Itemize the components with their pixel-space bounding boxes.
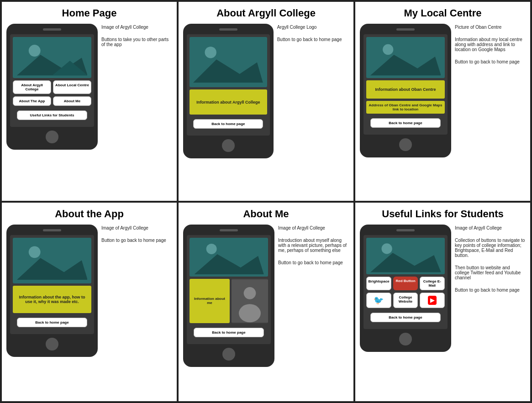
svg-point-17	[244, 287, 256, 299]
cell-body-argyll: Information about Argyll College Back to…	[183, 24, 349, 196]
links-btn-row-1: Brightspace Red Button College E-Mail	[366, 277, 445, 290]
phone-home: About Argyll College About Local Centre …	[6, 24, 98, 150]
desc-links-social: Then button to website and college Twitt…	[455, 265, 526, 280]
argyll-image	[190, 37, 267, 87]
cell-about-argyll: About Argyll College Information about A…	[178, 1, 354, 202]
btn-about-argyll[interactable]: About Argyll College	[13, 80, 51, 94]
phone-app: Information about the app, how to use it…	[6, 225, 98, 357]
phone-screen-argyll: Information about Argyll College Back to…	[187, 34, 270, 136]
desc-argyll: Argyll College Logo Button to go back to…	[277, 24, 349, 42]
cell-body-home: About Argyll College About Local Centre …	[6, 24, 172, 196]
cell-body-local: Information about Oban Centre Address of…	[360, 24, 526, 196]
phone-argyll: Information about Argyll College Back to…	[183, 24, 274, 158]
desc-me-img-label: Image of Argyll College	[278, 225, 349, 230]
desc-links: Image of Argyll College Collection of bu…	[455, 225, 526, 293]
desc-links-img-label: Image of Argyll College	[455, 225, 526, 230]
desc-home-img: Image of Argyll College	[101, 25, 172, 30]
btn-twitter[interactable]: 🐦	[366, 293, 391, 308]
btn-about-me[interactable]: About Me	[53, 96, 91, 106]
btn-youtube[interactable]: ▶	[420, 293, 445, 308]
btn-about-local[interactable]: About Local Centre	[53, 80, 91, 94]
desc-me: Image of Argyll College Introduction abo…	[278, 225, 349, 265]
desc-argyll-logo-label: Argyll College Logo	[277, 25, 349, 30]
phone-speaker-2	[219, 28, 237, 31]
desc-local-img: Picture of Oban Centre	[455, 25, 526, 30]
phone-speaker-3	[396, 28, 415, 31]
home-btn-row-1: About Argyll College About Local Centre	[13, 80, 91, 94]
cell-title-home: Home Page	[6, 7, 172, 19]
phone-speaker	[43, 28, 61, 31]
svg-point-5	[205, 47, 216, 58]
desc-links-collection-label: Collection of buttons to navigate to key…	[455, 238, 526, 258]
btn-brightspace[interactable]: Brightspace	[366, 277, 391, 290]
app-image	[13, 238, 91, 283]
links-btn-row-2: 🐦 College Website ▶	[366, 293, 445, 308]
phone-speaker-5	[220, 229, 238, 231]
desc-links-back-label: Button to go back to home page	[455, 288, 526, 293]
svg-point-18	[239, 304, 261, 322]
btn-useful-links[interactable]: Useful Links for Students	[17, 110, 88, 120]
me-photo	[232, 279, 268, 323]
links-image	[366, 238, 445, 274]
desc-home-btns-label: Buttons to take you to other parts of th…	[101, 37, 172, 47]
desc-links-img: Image of Argyll College	[455, 225, 526, 230]
phone-home-button-5	[222, 348, 235, 361]
argyll-back-btn[interactable]: Back to home page	[193, 119, 263, 129]
desc-local-back: Button to go back to home page	[455, 59, 526, 64]
btn-red[interactable]: Red Button	[393, 277, 417, 290]
wireframe-grid: Home Page About Argyll College	[0, 0, 532, 403]
cell-title-argyll: About Argyll College	[183, 7, 349, 19]
desc-me-back: Button to go back to home page	[278, 260, 349, 265]
svg-point-8	[383, 44, 393, 54]
home-image	[13, 37, 91, 78]
phone-home-button	[46, 131, 58, 143]
desc-links-collection: Collection of buttons to navigate to key…	[455, 238, 526, 258]
phone-me: Information about me Back to home page	[183, 225, 274, 367]
local-image	[366, 37, 445, 78]
phone-screen-links: Brightspace Red Button College E-Mail 🐦 …	[363, 235, 448, 329]
cell-home-page: Home Page About Argyll College	[1, 1, 178, 202]
phone-speaker-6	[396, 229, 415, 231]
desc-argyll-back-label: Button to go back to home page	[277, 37, 349, 42]
app-info-box: Information about the app, how to use it…	[13, 286, 91, 313]
home-btn-row-2: About The App About Me	[13, 96, 91, 106]
local-back-btn[interactable]: Back to home page	[370, 118, 441, 128]
argyll-info-box: Information about Argyll College	[190, 89, 267, 115]
phone-home-button-3	[399, 138, 412, 151]
desc-local-img-label: Picture of Oban Centre	[455, 25, 526, 30]
me-info-row: Information about me	[190, 279, 268, 323]
desc-home-img-label: Image of Argyll College	[101, 25, 172, 30]
desc-local-info: Information about my local centre along …	[455, 37, 526, 52]
desc-app-img: Image of Argyll College	[101, 225, 172, 230]
desc-me-intro: Introduction about myself along with a r…	[278, 238, 349, 253]
cell-title-me: About Me	[183, 208, 349, 220]
desc-argyll-back: Button to go back to home page	[277, 37, 349, 42]
btn-about-app[interactable]: About The App	[13, 96, 51, 106]
cell-body-links: Brightspace Red Button College E-Mail 🐦 …	[360, 225, 526, 397]
phone-links: Brightspace Red Button College E-Mail 🐦 …	[360, 225, 451, 352]
desc-app-img-label: Image of Argyll College	[101, 225, 172, 230]
desc-home: Image of Argyll College Buttons to take …	[101, 24, 172, 47]
desc-argyll-logo: Argyll College Logo	[277, 25, 349, 30]
desc-links-back: Button to go back to home page	[455, 288, 526, 293]
app-back-btn[interactable]: Back to home page	[17, 318, 88, 327]
svg-point-14	[206, 244, 216, 254]
desc-me-intro-label: Introduction about myself along with a r…	[278, 238, 349, 253]
btn-website[interactable]: College Website	[393, 293, 418, 308]
svg-point-1	[28, 45, 40, 57]
phone-speaker-4	[43, 229, 61, 231]
desc-app-back: Button to go back to home page	[101, 238, 172, 243]
desc-local: Picture of Oban Centre Information about…	[455, 24, 526, 64]
links-back-btn[interactable]: Back to home page	[370, 313, 441, 322]
cell-local-centre: My Local Centre Information about Oban C…	[354, 1, 531, 202]
phone-local: Information about Oban Centre Address of…	[360, 24, 451, 157]
desc-local-back-label: Button to go back to home page	[455, 59, 526, 64]
local-map-box: Address of Oban Centre and Google Maps l…	[366, 101, 445, 114]
me-back-btn[interactable]: Back to home page	[194, 328, 264, 337]
desc-home-btns: Buttons to take you to other parts of th…	[101, 37, 172, 47]
btn-email[interactable]: College E-Mail	[420, 277, 445, 290]
desc-me-back-label: Button to go back to home page	[278, 260, 349, 265]
svg-point-11	[28, 246, 40, 258]
svg-point-20	[381, 243, 392, 254]
phone-screen-local: Information about Oban Centre Address of…	[363, 34, 448, 135]
